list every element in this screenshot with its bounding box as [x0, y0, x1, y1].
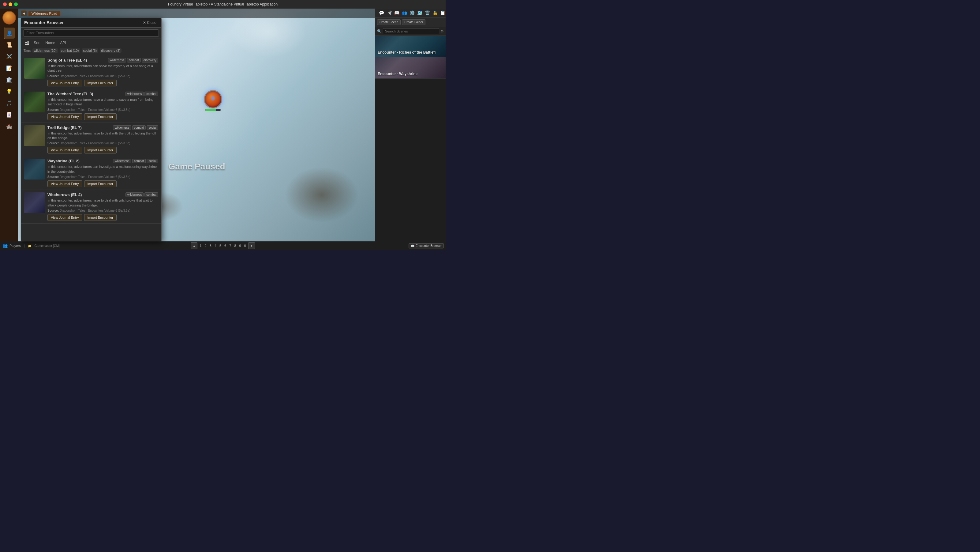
view-journal-button-5[interactable]: View Journal Entry — [48, 214, 82, 221]
create-folder-button[interactable]: Create Folder — [402, 19, 425, 25]
view-journal-button-1[interactable]: View Journal Entry — [48, 80, 82, 86]
players-label: Players — [10, 244, 21, 247]
encounter-thumb-4 — [24, 159, 45, 180]
nav-num-7: 7 — [228, 244, 232, 247]
token-hp-fill — [205, 109, 216, 111]
encounter-item-4: Wayshrine (EL 2) wilderness combat socia… — [21, 156, 161, 190]
bottom-center-nav: ▲ 1 2 3 4 5 6 7 8 9 0 ▼ — [70, 242, 375, 249]
encounter-title-4: Wayshrine (EL 2) — [48, 159, 80, 163]
browser-tabs: All Sort Name APL — [21, 39, 161, 47]
import-encounter-button-4[interactable]: Import Encounter — [84, 180, 117, 187]
browser-tags: Tags wilderness (10) combat (10) social … — [21, 47, 161, 54]
encounter-actions-3: View Journal Entry Import Encounter — [48, 147, 158, 153]
search-settings-icon[interactable]: ⚙ — [441, 29, 444, 34]
view-journal-button-2[interactable]: View Journal Entry — [48, 113, 82, 120]
trash-icon[interactable]: 🗑️ — [423, 10, 431, 16]
tag-discovery[interactable]: discovery (3) — [100, 48, 121, 53]
import-encounter-button-5[interactable]: Import Encounter — [84, 214, 117, 221]
token-hp-bar — [205, 109, 221, 111]
players-icon: 👥 — [2, 243, 8, 248]
scene-nav-back[interactable]: ◀ — [21, 10, 27, 16]
scene-tab-wilderness-road[interactable]: Wilderness Road — [28, 11, 60, 16]
sidebar-icon-character[interactable]: 👤 — [4, 27, 15, 38]
view-journal-button-4[interactable]: View Journal Entry — [48, 180, 82, 187]
encounter-title-3: Troll Bridge (EL 7) — [48, 125, 82, 130]
scene-item-battlefi[interactable]: Encounter - Riches of the Battlefi — [375, 36, 445, 57]
traffic-lights — [3, 2, 18, 6]
tab-name[interactable]: Name — [44, 40, 56, 46]
nav-down-button[interactable]: ▼ — [248, 242, 255, 249]
encounter-item-2: The Witches' Tree (EL 3) wilderness comb… — [21, 89, 161, 123]
sidebar-icon-journal[interactable]: 📜 — [4, 39, 15, 50]
import-encounter-button-1[interactable]: Import Encounter — [84, 80, 117, 86]
sidebar-icon-music[interactable]: 🎵 — [4, 97, 15, 108]
encounter-source-2: Source: Dragonshorn Tales - Encounters V… — [48, 108, 158, 112]
encounter-title-row-1: Song of a Tree (EL 4) wilderness combat … — [48, 58, 158, 62]
sidebar-icon-cards[interactable]: 🃏 — [4, 109, 15, 120]
import-encounter-button-3[interactable]: Import Encounter — [84, 147, 117, 153]
encounter-tags-2: wilderness combat — [126, 92, 158, 96]
nav-num-9: 9 — [238, 244, 242, 247]
encounter-source-5: Source: Dragonshorn Tales - Encounters V… — [48, 209, 158, 212]
token-avatar — [204, 90, 222, 108]
scene-label-battlefi: Encounter - Riches of the Battlefi — [378, 50, 443, 54]
encounter-content-1: Song of a Tree (EL 4) wilderness combat … — [48, 58, 158, 86]
encounter-content-5: Witchcrows (EL 4) wilderness combat In t… — [48, 192, 158, 221]
nav-up-button[interactable]: ▲ — [191, 242, 197, 249]
tab-apl[interactable]: APL — [59, 40, 68, 46]
sidebar-icon-notes[interactable]: 📝 — [4, 62, 15, 73]
game-paused-label: Game Paused — [168, 162, 225, 172]
encounter-source-3: Source: Dragonshorn Tales - Encounters V… — [48, 142, 158, 145]
sidebar-icon-items[interactable]: ⚔️ — [4, 51, 15, 62]
tag-combat[interactable]: combat (10) — [60, 48, 80, 53]
scene-item-wayshrine[interactable]: Encounter - Wayshrine — [375, 57, 445, 79]
tab-all[interactable]: All — [24, 40, 30, 46]
search-scenes-input[interactable] — [383, 28, 439, 34]
etag-discovery-1: discovery — [142, 58, 158, 62]
etag-combat-5: combat — [145, 192, 158, 197]
bottom-left: 👥 Players | 📁 Gamemaster [GM] — [0, 243, 70, 248]
encounter-item-3: Troll Bridge (EL 7) wilderness combat so… — [21, 123, 161, 156]
close-window-button[interactable] — [3, 2, 7, 6]
settings-icon[interactable]: ⚙️ — [408, 10, 416, 16]
minimize-window-button[interactable] — [9, 2, 12, 6]
import-encounter-button-2[interactable]: Import Encounter — [84, 113, 117, 120]
right-top-icons: 💬 🤺 📖 👥 ⚙️ 🗺️ 🗑️ 🔒 📋 🔔 — [375, 9, 445, 18]
encounter-thumb-2 — [24, 92, 45, 112]
actors-icon[interactable]: 👥 — [401, 10, 408, 16]
combat-icon[interactable]: 🤺 — [385, 10, 393, 16]
clipboard-icon[interactable]: 📋 — [439, 10, 445, 16]
right-sidebar: 💬 🤺 📖 👥 ⚙️ 🗺️ 🗑️ 🔒 📋 🔔 Create Scene Crea… — [375, 9, 445, 241]
bottom-bar: 👥 Players | 📁 Gamemaster [GM] ▲ 1 2 3 4 … — [0, 241, 445, 250]
sidebar-icon-scenes[interactable]: 🏰 — [4, 121, 15, 132]
encounter-browser-bottom-button[interactable]: 📖 Encounter Browser — [409, 243, 444, 249]
encounter-desc-4: In this encounter, adventurers can inves… — [48, 164, 158, 174]
compendium-icon[interactable]: 🗺️ — [416, 10, 423, 16]
sidebar-icon-compendium[interactable]: 🏛️ — [4, 74, 15, 85]
encounter-tags-1: wilderness combat discovery — [108, 58, 158, 62]
encounter-title-row-3: Troll Bridge (EL 7) wilderness combat so… — [48, 125, 158, 130]
scene-tab-label: Wilderness Road — [32, 12, 57, 15]
encounter-tags-5: wilderness combat — [126, 192, 158, 197]
chat-icon[interactable]: 💬 — [378, 10, 385, 16]
etag-combat-3: combat — [132, 125, 146, 130]
filter-encounters-input[interactable] — [24, 29, 159, 37]
encounter-desc-5: In this encounter, adventurers have to d… — [48, 198, 158, 208]
journal-icon[interactable]: 📖 — [393, 10, 401, 16]
create-scene-button[interactable]: Create Scene — [377, 19, 401, 25]
titlebar: Foundry Virtual Tabletop • A Standalone … — [0, 0, 445, 9]
maximize-window-button[interactable] — [14, 2, 18, 6]
tag-wilderness[interactable]: wilderness (10) — [32, 48, 58, 53]
encounter-item-1: Song of a Tree (EL 4) wilderness combat … — [21, 56, 161, 89]
tab-sort[interactable]: Sort — [32, 40, 41, 46]
view-journal-button-3[interactable]: View Journal Entry — [48, 147, 82, 153]
lock-icon[interactable]: 🔒 — [431, 10, 439, 16]
folder-icon: 📁 — [28, 244, 32, 247]
scene-label-wayshrine: Encounter - Wayshrine — [378, 72, 443, 76]
encounter-desc-1: In this encounter, adventurers can solve… — [48, 64, 158, 73]
browser-close-button[interactable]: ✕ Close — [141, 20, 158, 26]
tag-social[interactable]: social (6) — [82, 48, 98, 53]
encounter-desc-3: In this encounter, adventurers have to d… — [48, 131, 158, 140]
sidebar-icon-lights[interactable]: 💡 — [4, 86, 15, 97]
etag-wilderness-3: wilderness — [113, 125, 131, 130]
